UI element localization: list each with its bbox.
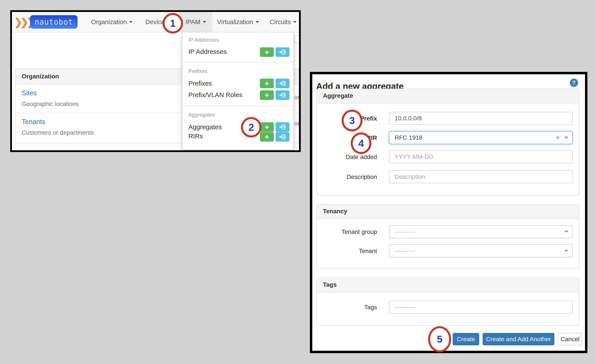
chevron-down-icon	[129, 21, 133, 23]
step-number: 4	[358, 138, 364, 149]
chevron-down-icon	[293, 21, 297, 23]
step-3-annotation: 3	[342, 110, 362, 131]
add-aggregate-button[interactable]: +	[260, 122, 274, 132]
import-ip-addresses-button[interactable]	[276, 47, 290, 57]
menu-item-rirs[interactable]: RIRs	[188, 133, 203, 140]
chevron-down-icon[interactable]	[564, 250, 568, 252]
nav-organization[interactable]: Organization	[91, 12, 133, 32]
create-and-add-another-button[interactable]: Create and Add Another	[483, 333, 554, 345]
step-5-annotation: 5	[428, 326, 451, 352]
tenant-group-row: Tenant group ---------	[317, 225, 579, 238]
aggregate-panel-header: Aggregate	[317, 89, 579, 103]
rir-selected-value: RFC 1918	[395, 134, 422, 141]
step-number: 5	[437, 333, 442, 345]
nav-circuits[interactable]: Circuits	[270, 12, 297, 32]
tenants-link[interactable]: Tenants	[22, 118, 45, 126]
tenant-select[interactable]: ---------	[389, 244, 573, 257]
chevron-down-icon[interactable]	[564, 231, 568, 233]
tenant-group-label: Tenant group	[317, 229, 377, 235]
nav-organization-label: Organization	[91, 18, 127, 26]
menu-item-aggregates[interactable]: Aggregates	[188, 123, 222, 131]
chevron-down-icon	[203, 21, 206, 23]
tenant-placeholder: ---------	[395, 248, 416, 254]
menu-item-ip-addresses[interactable]: IP Addresses	[188, 48, 227, 55]
menu-section-prefixes: Prefixes	[188, 68, 207, 75]
clipped-text-fragment: or	[294, 94, 300, 101]
step-1-annotation: 1	[163, 13, 183, 34]
menu-section-ip-addresses: IP Addresses	[188, 37, 219, 43]
add-prefix-vlan-role-button[interactable]: +	[260, 90, 274, 100]
database-import-icon	[279, 80, 286, 86]
date-added-input[interactable]	[389, 150, 573, 163]
tenant-group-placeholder: ---------	[395, 229, 416, 235]
nav-ipam[interactable]: IPAM	[179, 12, 212, 32]
create-button[interactable]: Create	[453, 333, 479, 345]
add-ip-address-button[interactable]: +	[260, 47, 274, 57]
tenant-label: Tenant	[317, 248, 377, 255]
database-import-icon	[279, 124, 286, 130]
cancel-button[interactable]: Cancel	[558, 333, 582, 345]
prefix-input[interactable]	[389, 112, 573, 125]
sites-link[interactable]: Sites	[22, 89, 37, 97]
nautobot-logo[interactable]: nautobot	[30, 15, 78, 29]
import-prefix-vlan-roles-button[interactable]	[276, 90, 290, 100]
nav-circuits-label: Circuits	[270, 18, 291, 26]
rir-select[interactable]: RFC 1918 ×	[389, 131, 573, 144]
database-import-icon	[279, 92, 286, 98]
add-prefix-button[interactable]: +	[260, 79, 274, 88]
import-prefixes-button[interactable]	[276, 79, 290, 88]
tutorial-screenshot: ❯❯❯ nautobot Organization Devices IPAM V…	[0, 0, 595, 364]
import-rirs-button[interactable]	[276, 132, 290, 142]
clipped-text-fragment: on	[294, 120, 301, 127]
chevron-down-icon[interactable]	[564, 137, 568, 139]
step-number: 3	[349, 115, 355, 126]
nav-ipam-label: IPAM	[185, 18, 200, 26]
divider	[182, 105, 293, 106]
tags-placeholder: ---------	[395, 304, 416, 311]
tags-label: Tags	[317, 304, 377, 311]
help-icon[interactable]: ?	[570, 79, 578, 87]
tags-row: Tags ---------	[317, 301, 579, 314]
tags-panel-header: Tags	[317, 278, 579, 292]
step-number: 2	[248, 121, 254, 133]
tenancy-panel: Tenancy Tenant group --------- Tenant --…	[316, 204, 579, 269]
divider	[182, 62, 293, 63]
description-input[interactable]	[389, 170, 573, 183]
tags-select[interactable]: ---------	[389, 301, 573, 314]
nav-virtualization[interactable]: Virtualization	[217, 12, 259, 32]
menu-section-aggregates: Aggregates	[188, 112, 215, 118]
step-2-annotation: 2	[241, 117, 262, 138]
clear-selection-icon[interactable]: ×	[556, 134, 560, 141]
step-4-annotation: 4	[351, 133, 371, 154]
tenant-row: Tenant ---------	[317, 244, 579, 257]
menu-item-prefix-vlan-roles[interactable]: Prefix/VLAN Roles	[188, 91, 242, 98]
nav-virtualization-label: Virtualization	[217, 18, 253, 26]
description-label: Description	[317, 174, 377, 181]
clipped-row-line	[293, 56, 299, 56]
description-row: Description	[317, 170, 579, 183]
clipped-search-box-fragment	[294, 35, 301, 43]
step-number: 1	[170, 17, 176, 29]
date-added-label: Date added	[317, 154, 377, 161]
tenancy-panel-header: Tenancy	[317, 205, 579, 219]
add-rir-button[interactable]: +	[260, 132, 274, 142]
navbar: ❯❯❯ nautobot Organization Devices IPAM V…	[12, 12, 299, 33]
menu-item-prefixes[interactable]: Prefixes	[188, 80, 212, 87]
tags-panel: Tags Tags ---------	[316, 278, 579, 326]
import-aggregates-button[interactable]	[276, 122, 290, 132]
ipam-dropdown-menu: IP Addresses IP Addresses + Prefixes Pre…	[182, 33, 294, 150]
tenant-group-select[interactable]: ---------	[389, 225, 573, 238]
chevron-down-icon	[255, 21, 259, 23]
database-import-icon	[279, 134, 286, 140]
database-import-icon	[279, 49, 286, 55]
